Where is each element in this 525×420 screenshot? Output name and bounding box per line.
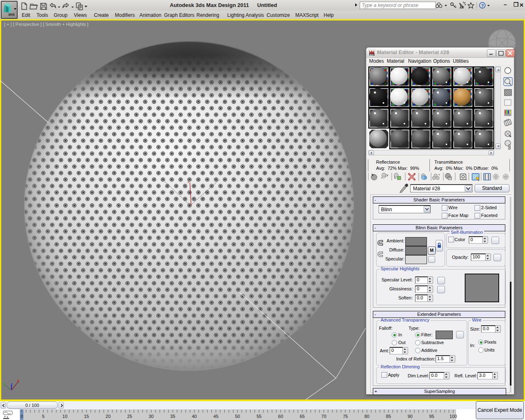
- svg-text:40: 40: [192, 414, 197, 419]
- svg-text:z: z: [11, 382, 13, 386]
- svg-text:90: 90: [408, 414, 413, 419]
- svg-text:15: 15: [84, 414, 89, 419]
- svg-text:x: x: [17, 379, 19, 383]
- svg-text:25: 25: [127, 414, 132, 419]
- svg-text:50: 50: [235, 414, 240, 419]
- svg-text:20: 20: [105, 414, 110, 419]
- svg-text:y: y: [3, 381, 5, 386]
- svg-text:95: 95: [429, 414, 434, 419]
- svg-text:5: 5: [42, 414, 45, 419]
- svg-text:10: 10: [62, 414, 67, 419]
- svg-text:55: 55: [256, 414, 261, 419]
- svg-text:35: 35: [170, 414, 175, 419]
- svg-text:z: z: [187, 180, 189, 184]
- svg-text:30: 30: [148, 414, 153, 419]
- svg-text:60: 60: [278, 414, 283, 419]
- svg-text:45: 45: [213, 414, 218, 419]
- svg-text:75: 75: [343, 414, 348, 419]
- svg-text:85: 85: [386, 414, 391, 419]
- svg-text:0: 0: [21, 414, 23, 419]
- svg-text:70: 70: [321, 414, 326, 419]
- svg-text:80: 80: [364, 414, 369, 419]
- svg-text:100: 100: [450, 414, 457, 419]
- svg-text:?: ?: [481, 3, 484, 8]
- svg-text:3DS: 3DS: [370, 54, 374, 56]
- svg-text:65: 65: [300, 414, 305, 419]
